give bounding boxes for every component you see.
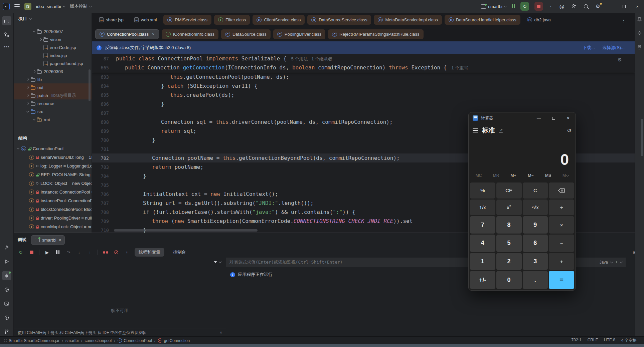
calc-memory-store-button[interactable]: MS	[539, 170, 557, 181]
structure-item[interactable]: finstancePool: ConnectionPool = null	[14, 196, 92, 205]
mute-breakpoints-icon[interactable]	[113, 249, 119, 255]
calc-key-minus[interactable]: −	[549, 235, 574, 252]
editor-tab[interactable]: CDataSourceHandleHelper.class	[445, 15, 520, 25]
project-tree-item[interactable]: patchlibrary根目录	[14, 91, 92, 99]
rerun-debug-button[interactable]: ↻	[520, 2, 529, 11]
chevron-right-icon[interactable]	[26, 86, 29, 89]
window-close-button[interactable]: ×	[633, 4, 641, 9]
calc-key-one[interactable]: 1	[470, 253, 495, 270]
chevron-down-icon[interactable]	[17, 146, 19, 149]
chevron-down-icon[interactable]	[620, 260, 623, 263]
structure-item[interactable]: flog: Logger = Logger.getLogger(...)	[14, 161, 92, 170]
breadcrumb-item[interactable]: smartbi	[65, 338, 78, 343]
banner-link[interactable]: 选择源(S)...	[602, 45, 625, 51]
filter-icon[interactable]	[214, 261, 217, 263]
structure-item[interactable]: fconnMapLock: Object = new Object	[14, 222, 92, 231]
calc-key-eight[interactable]: 8	[496, 216, 522, 234]
more-tools-icon[interactable]: •••	[4, 44, 10, 49]
structure-item[interactable]: fREP_POOLNAME: String = "res"	[14, 170, 92, 179]
code-with-me-icon[interactable]	[571, 3, 577, 10]
breadcrumb-item[interactable]: mgetConnection	[158, 338, 190, 343]
editor-tab[interactable]: CRMIServlet.class	[163, 15, 211, 25]
resume-icon[interactable]: ▶	[44, 249, 50, 255]
project-tree-item[interactable]: JSPindex.jsp	[14, 51, 92, 59]
project-panel-header[interactable]: 项目	[14, 13, 92, 25]
calc-key-percent[interactable]: %	[470, 183, 495, 199]
calc-key-square[interactable]: x2	[496, 200, 522, 216]
debug-session-tab[interactable]: smartbi ×	[31, 235, 65, 245]
calc-maximize-button[interactable]	[546, 112, 561, 124]
calc-key-nine[interactable]: 9	[523, 216, 548, 234]
search-everywhere-icon[interactable]	[583, 3, 589, 10]
calc-key-two[interactable]: 2	[496, 253, 522, 270]
editor-tab[interactable]: JSPshare.jsp	[95, 15, 128, 25]
calc-minimize-button[interactable]: —	[531, 112, 546, 124]
project-tree-item[interactable]: resource	[14, 99, 92, 107]
calc-close-button[interactable]: ×	[561, 112, 576, 124]
calc-key-reciprocal[interactable]: 1/x	[470, 200, 495, 216]
breadcrumb-item[interactable]: connectionpool	[85, 338, 112, 343]
language-selector[interactable]: Java	[600, 260, 608, 265]
history-icon[interactable]: ↺	[567, 127, 572, 134]
problems-tool-icon[interactable]	[2, 313, 11, 322]
structure-item[interactable]: fdriver: PoolingDriver = null	[14, 214, 92, 222]
run-tool-icon[interactable]	[2, 257, 11, 266]
terminal-tool-icon[interactable]	[2, 299, 11, 308]
window-maximize-button[interactable]	[620, 4, 628, 9]
database-tool-icon[interactable]	[636, 43, 643, 51]
close-icon[interactable]: ×	[152, 32, 155, 37]
editor-tab[interactable]: IFilter.class	[214, 15, 250, 25]
project-tree-item[interactable]: rmi	[14, 115, 92, 123]
calc-key-equals[interactable]: =	[549, 271, 574, 289]
banner-link[interactable]: 下载...	[583, 45, 595, 51]
editor-tab[interactable]: CRejectRMIParamsStringsPatchRule.class	[328, 29, 423, 39]
chevron-right-icon[interactable]	[26, 78, 29, 81]
structure-panel-header[interactable]: 结构	[14, 132, 92, 144]
project-avatar[interactable]: IS	[24, 3, 31, 10]
project-tool-icon[interactable]	[2, 16, 11, 25]
tab-console[interactable]: 控制台	[169, 248, 190, 257]
debug-more-icon[interactable]: ⋮	[124, 249, 130, 255]
structure-item[interactable]: fblockConnectionPool: BlockConnect	[14, 205, 92, 214]
structure-item[interactable]: fLOCK: Object = new Object()	[14, 179, 92, 188]
ai-chat-icon[interactable]	[636, 29, 643, 37]
close-icon[interactable]: ×	[59, 238, 61, 243]
calc-memory-subtract-button[interactable]: M−	[522, 170, 539, 181]
more-actions-icon[interactable]: ⋮	[548, 4, 553, 9]
calc-key-multiply[interactable]: ×	[549, 216, 574, 234]
project-tree-item[interactable]: JSPerrorCode.jsp	[14, 43, 92, 51]
view-breakpoints-icon[interactable]	[103, 249, 109, 255]
calc-key-divide[interactable]: ÷	[549, 200, 574, 216]
calculator-title-bar[interactable]: 计算器 — ×	[469, 112, 576, 124]
calc-key-six[interactable]: 6	[523, 235, 548, 252]
editor-tab[interactable]: CClientService.class	[253, 15, 305, 25]
rerun-icon[interactable]: ↻	[18, 249, 24, 255]
close-icon[interactable]: ×	[220, 330, 222, 335]
step-out-icon[interactable]: ↑	[87, 249, 93, 255]
editor-tab[interactable]: </>web.xml	[130, 15, 161, 25]
breadcrumb-item[interactable]: Smartbi-SmartbiCommon.jar	[4, 338, 59, 343]
calc-key-clear[interactable]: C	[523, 183, 548, 199]
structure-tool-icon[interactable]	[2, 30, 11, 39]
project-tree-item[interactable]: lib	[14, 75, 92, 83]
calc-key-backspace[interactable]	[549, 183, 574, 199]
project-tree-item[interactable]: JSPpagenotfound.jsp	[14, 59, 92, 67]
step-over-icon[interactable]: ↷	[65, 249, 71, 255]
tab-threads-variables[interactable]: 线程和变量	[135, 248, 164, 257]
editor-tab[interactable]: Cdb2.java	[523, 15, 555, 25]
git-tool-icon[interactable]	[2, 327, 11, 336]
editor-tab[interactable]: CDataSource.class	[221, 29, 271, 39]
project-tree-item[interactable]: 20250507	[14, 27, 92, 35]
calc-memory-add-button[interactable]: M+	[505, 170, 522, 181]
editor-tab[interactable]: CDataSourceService.class	[307, 15, 371, 25]
window-minimize-button[interactable]: —	[607, 4, 615, 9]
editor-tab[interactable]: IIConnectionInfo.class	[162, 29, 218, 39]
add-watch-icon[interactable]: +	[615, 260, 618, 265]
editor-tab[interactable]: CMetaDataServiceImpl.class	[374, 15, 442, 25]
chevron-down-icon[interactable]	[26, 109, 29, 112]
vcs-widget[interactable]: 版本控制	[70, 3, 92, 9]
structure-item[interactable]: finstance: ConnectionPool = null	[14, 188, 92, 196]
editor-tab[interactable]: CPoolingDriver.class	[273, 29, 326, 39]
project-tree-item[interactable]: vision	[14, 35, 92, 43]
code-vision-settings-icon[interactable]: ⚙	[618, 57, 622, 63]
